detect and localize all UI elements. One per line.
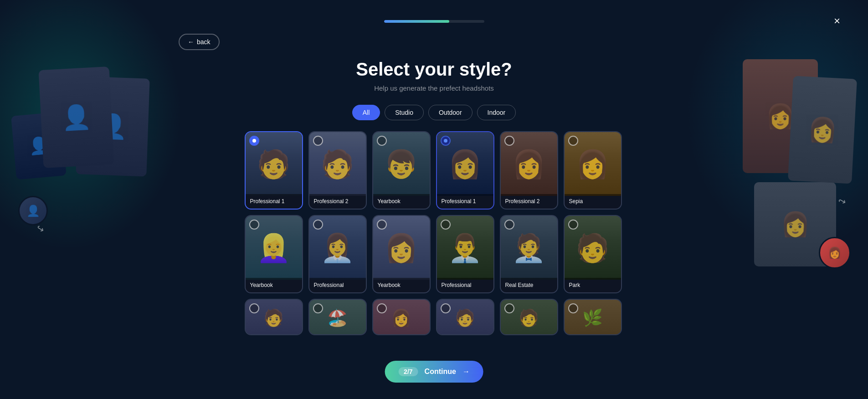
filter-tab-all[interactable]: All — [352, 105, 380, 120]
style-card-p2f[interactable]: 👩 Professional 2 — [500, 131, 558, 210]
right-decorative-panel: 👩 👩 👩 👩 ↩ — [699, 59, 854, 278]
back-arrow-icon: ← — [188, 38, 194, 46]
card-label-om: Professional — [437, 278, 493, 292]
page-subtitle: Help us generate the prefect headshots — [374, 84, 494, 92]
filter-tabs: All Studio Outdoor Indoor — [352, 105, 516, 120]
back-button[interactable]: ← back — [179, 34, 220, 50]
continue-label: Continue — [425, 368, 456, 376]
continue-button[interactable]: 2/7 Continue → — [385, 361, 483, 383]
style-card-r6[interactable]: 🌿 — [564, 299, 622, 335]
radio-fprof — [313, 220, 323, 230]
radio-r1 — [249, 303, 259, 313]
style-card-park[interactable]: 🧑 Park — [564, 215, 622, 293]
radio-r6 — [568, 303, 578, 313]
style-card-r4[interactable]: 🧑 — [436, 299, 494, 335]
continue-count: 2/7 — [398, 367, 418, 376]
radio-p1f — [441, 136, 451, 146]
card-label-ybm: Yearbook — [373, 194, 430, 209]
style-grid: 🧑 Professional 1 🧑 Professional 2 👦 Year… — [245, 131, 624, 335]
style-card-r1[interactable]: 🧑 — [245, 299, 303, 335]
radio-re — [504, 220, 514, 230]
radio-park — [568, 220, 578, 230]
radio-om — [441, 220, 451, 230]
card-label-p2f: Professional 2 — [501, 194, 557, 209]
style-card-ybf[interactable]: 👱‍♀️ Yearbook — [245, 215, 303, 293]
radio-p2m — [313, 136, 323, 146]
style-card-p1f[interactable]: 👩 Professional 1 — [436, 131, 494, 210]
style-card-r2[interactable]: 🏖️ — [308, 299, 367, 335]
left-avatar: 👤 — [18, 196, 48, 225]
card-label-p1m: Professional 1 — [246, 194, 302, 209]
radio-ybm — [377, 136, 387, 146]
card-label-ybf: Yearbook — [246, 278, 302, 292]
card-label-ybf2: Yearbook — [373, 278, 430, 292]
radio-p2f — [504, 136, 514, 146]
right-photo-2: 👩 — [788, 76, 857, 184]
style-card-p1m[interactable]: 🧑 Professional 1 — [245, 131, 303, 210]
card-label-fprof: Professional — [309, 278, 366, 292]
card-label-p2m: Professional 2 — [309, 194, 366, 209]
style-card-om[interactable]: 👨‍💼 Professional — [436, 215, 494, 293]
progress-fill — [384, 20, 449, 23]
page-title: Select your style? — [356, 59, 512, 80]
style-card-re[interactable]: 🧑‍💼 Real Estate — [500, 215, 558, 293]
radio-p1m — [249, 136, 259, 146]
left-photo-1: 👤 — [38, 66, 114, 168]
style-card-sepia[interactable]: 👩 Sepia — [564, 131, 622, 210]
style-card-ybm[interactable]: 👦 Yearbook — [372, 131, 431, 210]
progress-bar — [384, 20, 484, 23]
back-label: back — [197, 38, 211, 46]
filter-tab-outdoor[interactable]: Outdoor — [428, 105, 473, 120]
filter-tab-indoor[interactable]: Indoor — [477, 105, 516, 120]
main-content: Select your style? Help us generate the … — [173, 50, 695, 335]
radio-ybf2 — [377, 220, 387, 230]
radio-r2 — [313, 303, 323, 313]
filter-tab-studio[interactable]: Studio — [385, 105, 424, 120]
right-avatar: 👩 — [819, 237, 851, 269]
close-button[interactable]: × — [829, 13, 845, 29]
card-label-re: Real Estate — [501, 278, 557, 292]
radio-r4 — [441, 303, 451, 313]
radio-r5 — [504, 303, 514, 313]
style-card-p2m[interactable]: 🧑 Professional 2 — [308, 131, 367, 210]
card-label-p1f: Professional 1 — [437, 194, 493, 209]
style-card-r3[interactable]: 👩 — [372, 299, 431, 335]
style-card-fprof[interactable]: 👩‍💼 Professional — [308, 215, 367, 293]
radio-sepia — [568, 136, 578, 146]
style-card-r5[interactable]: 🧑 — [500, 299, 558, 335]
radio-ybf — [249, 220, 259, 230]
right-arrow-icon: ↩ — [836, 194, 848, 208]
left-decorative-panel: 👤 👤 👤 👤 ↪ — [14, 68, 159, 269]
card-label-sepia: Sepia — [565, 194, 621, 209]
continue-arrow-icon: → — [462, 368, 470, 376]
style-card-ybf2[interactable]: 👩 Yearbook — [372, 215, 431, 293]
card-label-park: Park — [565, 278, 621, 292]
radio-r3 — [377, 303, 387, 313]
